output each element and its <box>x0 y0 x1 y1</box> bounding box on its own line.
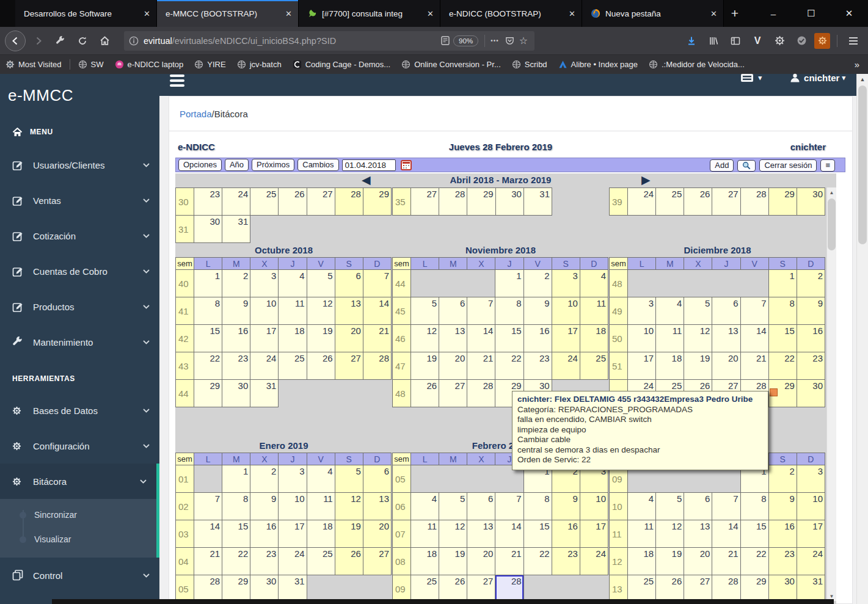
day-cell[interactable]: 28 <box>467 380 495 407</box>
day-cell[interactable]: 8 <box>523 493 552 520</box>
day-cell[interactable]: 28 <box>335 188 363 216</box>
forward-button[interactable] <box>29 32 48 50</box>
day-cell[interactable]: 12 <box>656 520 684 548</box>
day-cell[interactable]: 28 <box>439 188 467 216</box>
day-cell[interactable]: 27 <box>335 352 363 380</box>
day-cell[interactable]: 25 <box>307 548 335 575</box>
browser-tab[interactable]: Nueva pestaña✕ <box>582 0 724 27</box>
day-cell[interactable]: 21 <box>363 325 391 352</box>
browser-tab[interactable]: Desarrollos de Software✕ <box>15 0 157 27</box>
wrench-icon[interactable] <box>51 32 70 50</box>
day-cell[interactable]: 18 <box>411 548 439 575</box>
day-cell[interactable]: 20 <box>335 325 363 352</box>
day-cell[interactable]: 19 <box>439 548 467 575</box>
next-year-arrow[interactable]: ▶ <box>641 173 651 187</box>
day-cell[interactable]: 9 <box>768 493 797 520</box>
url-bar[interactable]: evirtual /evirtuales/eNDICC/ui_inicioBS4… <box>124 31 534 51</box>
day-cell[interactable]: 22 <box>495 352 523 380</box>
day-cell[interactable]: 27 <box>684 575 712 603</box>
day-cell[interactable]: 7 <box>740 297 768 325</box>
day-cell[interactable]: 14 <box>495 520 523 548</box>
day-cell[interactable]: 8 <box>222 493 250 520</box>
day-cell[interactable]: 10 <box>552 297 580 325</box>
day-cell[interactable]: 19 <box>307 325 335 352</box>
day-cell[interactable]: 22 <box>768 352 797 380</box>
day-cell[interactable]: 10 <box>250 297 279 325</box>
day-cell[interactable]: 14 <box>363 297 391 325</box>
proximos-button[interactable]: Próximos <box>252 159 294 171</box>
day-cell[interactable]: 28 <box>712 575 740 603</box>
day-cell[interactable]: 13 <box>684 520 712 548</box>
event-marker[interactable] <box>770 388 778 396</box>
day-cell[interactable]: 14 <box>712 520 740 548</box>
day-cell[interactable]: 24 <box>552 352 580 380</box>
day-cell[interactable]: 14 <box>194 520 222 548</box>
day-cell[interactable]: 7 <box>712 493 740 520</box>
day-cell[interactable]: 15 <box>194 325 222 352</box>
day-cell[interactable]: 7 <box>363 270 391 297</box>
pocket-icon[interactable] <box>505 36 514 45</box>
day-cell[interactable]: 21 <box>495 548 523 575</box>
day-cell[interactable]: 13 <box>439 325 467 352</box>
day-cell[interactable]: 18 <box>656 352 684 380</box>
day-cell[interactable]: 20 <box>439 352 467 380</box>
day-cell[interactable]: 22 <box>523 548 552 575</box>
day-cell[interactable]: 12 <box>684 325 712 352</box>
day-cell[interactable]: 28 <box>740 188 768 216</box>
browser-tab[interactable]: e-NDICC (BOOTSTRAP)✕ <box>440 0 582 27</box>
new-tab-button[interactable]: + <box>724 0 746 27</box>
day-cell[interactable]: 24 <box>250 352 279 380</box>
day-cell[interactable]: 31 <box>523 188 552 216</box>
day-cell[interactable]: 23 <box>797 352 825 380</box>
day-cell[interactable]: 18 <box>279 325 307 352</box>
day-cell[interactable]: 22 <box>194 352 222 380</box>
day-cell[interactable]: 23 <box>552 548 580 575</box>
day-cell[interactable]: 10 <box>279 493 307 520</box>
day-cell[interactable]: 17 <box>552 325 580 352</box>
day-cell[interactable]: 6 <box>439 297 467 325</box>
day-cell[interactable]: 3 <box>552 270 580 297</box>
day-cell[interactable]: 8 <box>495 297 523 325</box>
breadcrumb-home-link[interactable]: Portada <box>180 109 212 119</box>
day-cell[interactable]: 4 <box>580 270 608 297</box>
day-cell[interactable]: 3 <box>797 465 825 493</box>
day-cell[interactable]: 5 <box>656 493 684 520</box>
day-cell[interactable]: 29 <box>194 380 222 407</box>
day-cell[interactable]: 7 <box>467 297 495 325</box>
window-close-button[interactable]: ✕ <box>830 8 868 19</box>
day-cell[interactable]: 10 <box>797 493 825 520</box>
bookmark-item[interactable]: Coding Cage - Demos... <box>293 60 390 69</box>
day-cell[interactable]: 17 <box>580 520 608 548</box>
sidebar-item-mantenimiento[interactable]: Mantenimiento <box>0 324 159 360</box>
day-cell[interactable]: 29 <box>363 188 391 216</box>
day-cell[interactable]: 11 <box>580 297 608 325</box>
sidebar-item-bit-cora[interactable]: Bitácora <box>0 464 156 499</box>
day-cell[interactable]: 11 <box>411 520 439 548</box>
day-cell[interactable]: 7 <box>495 493 523 520</box>
day-cell[interactable]: 28 <box>194 575 222 603</box>
window-maximize-button[interactable]: ☐ <box>792 8 830 19</box>
bookmark-item[interactable]: e-NDICC laptop <box>115 60 184 69</box>
sidebar-item-control[interactable]: Control <box>0 558 159 593</box>
day-cell[interactable]: 5 <box>411 297 439 325</box>
day-cell[interactable]: 17 <box>279 520 307 548</box>
sidebar-subitem-sincronizar[interactable]: Sincronizar <box>0 503 156 527</box>
day-cell[interactable]: 6 <box>684 493 712 520</box>
day-cell[interactable]: 1 <box>194 270 222 297</box>
sidebar-item-cuentas-de-cobro[interactable]: Cuentas de Cobro <box>0 253 159 289</box>
day-cell[interactable]: 2 <box>797 270 825 297</box>
day-cell[interactable]: 23 <box>250 548 279 575</box>
day-cell[interactable]: 9 <box>222 297 250 325</box>
day-cell[interactable]: 25 <box>656 188 684 216</box>
day-cell[interactable]: 3 <box>628 297 656 325</box>
day-cell[interactable]: 4 <box>307 465 335 493</box>
day-cell[interactable]: 24 <box>222 188 250 216</box>
extension-check-icon[interactable] <box>792 32 811 50</box>
day-cell[interactable]: 29 <box>222 575 250 603</box>
browser-tab[interactable]: [#7700] consulta integ✕ <box>299 0 440 27</box>
tab-close-icon[interactable]: ✕ <box>427 9 434 18</box>
day-cell[interactable]: 18 <box>580 325 608 352</box>
day-cell[interactable]: 24 <box>580 548 608 575</box>
user-caret-icon[interactable]: ▾ <box>842 74 845 82</box>
browser-tab[interactable]: e-MMCC (BOOTSTRAP)✕ <box>157 0 299 27</box>
